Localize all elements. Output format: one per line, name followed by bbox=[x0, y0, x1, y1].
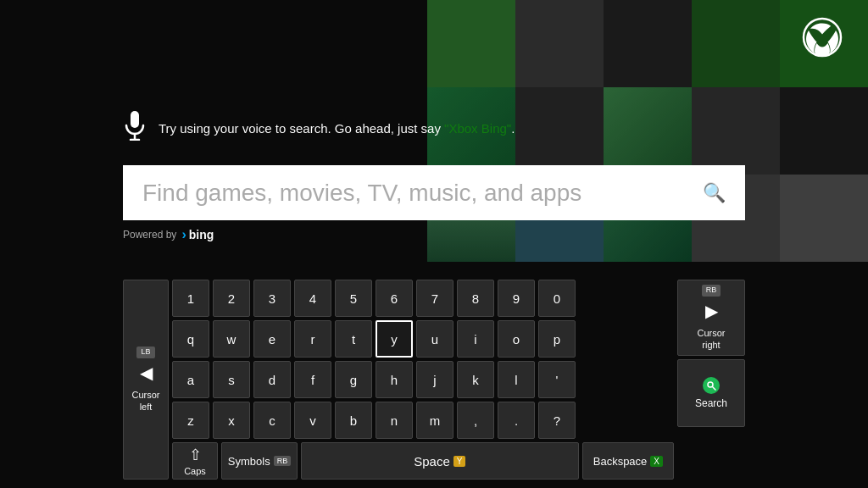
key-j[interactable]: j bbox=[416, 361, 453, 398]
z-row: z x c v b n m , . ? bbox=[172, 402, 674, 439]
search-placeholder: Find games, movies, TV, music, and apps bbox=[142, 180, 694, 207]
key-t[interactable]: t bbox=[335, 320, 372, 358]
voice-hint: Try using your voice to search. Go ahead… bbox=[123, 110, 515, 147]
key-u[interactable]: u bbox=[416, 320, 453, 358]
key-0[interactable]: 0 bbox=[538, 280, 576, 317]
key-a[interactable]: a bbox=[172, 361, 209, 398]
key-z[interactable]: z bbox=[172, 402, 209, 439]
keyboard: LB ◀ Cursorleft 1 2 3 4 5 6 7 8 9 0 bbox=[123, 280, 745, 480]
key-w[interactable]: w bbox=[213, 320, 250, 358]
cursor-right-key[interactable]: RB ▶ Cursorright bbox=[677, 280, 745, 356]
search-button[interactable]: Search bbox=[677, 359, 745, 427]
key-2[interactable]: 2 bbox=[213, 280, 250, 317]
key-h[interactable]: h bbox=[376, 361, 413, 398]
search-bar[interactable]: Find games, movies, TV, music, and apps … bbox=[123, 165, 745, 220]
keyboard-alpha-num: 1 2 3 4 5 6 7 8 9 0 q w e r t bbox=[172, 280, 674, 480]
key-f[interactable]: f bbox=[294, 361, 331, 398]
key-p[interactable]: p bbox=[538, 320, 576, 358]
svg-rect-1 bbox=[131, 111, 139, 128]
search-bar-container: Find games, movies, TV, music, and apps … bbox=[123, 165, 745, 242]
key-s[interactable]: s bbox=[213, 361, 250, 398]
caps-key[interactable]: ⇧ Caps bbox=[172, 442, 218, 480]
key-c[interactable]: c bbox=[253, 402, 291, 439]
key-k[interactable]: k bbox=[457, 361, 494, 398]
key-q[interactable]: q bbox=[172, 320, 209, 358]
key-4[interactable]: 4 bbox=[294, 280, 331, 317]
keyboard-main: LB ◀ Cursorleft 1 2 3 4 5 6 7 8 9 0 bbox=[123, 280, 745, 480]
powered-by: Powered by › bing bbox=[123, 227, 745, 242]
key-7[interactable]: 7 bbox=[416, 280, 453, 317]
xbox-logo bbox=[802, 17, 843, 58]
voice-hint-text: Try using your voice to search. Go ahead… bbox=[159, 121, 515, 136]
key-3[interactable]: 3 bbox=[253, 280, 291, 317]
key-b[interactable]: b bbox=[335, 402, 372, 439]
bing-logo: › bing bbox=[181, 227, 214, 242]
key-r[interactable]: r bbox=[294, 320, 331, 358]
cursor-left-key[interactable]: LB ◀ Cursorleft bbox=[123, 280, 169, 480]
q-row: q w e r t y u i o p bbox=[172, 320, 674, 358]
search-icon: 🔍 bbox=[703, 182, 726, 204]
key-m[interactable]: m bbox=[416, 402, 453, 439]
key-9[interactable]: 9 bbox=[498, 280, 535, 317]
key-period[interactable]: . bbox=[498, 402, 535, 439]
key-v[interactable]: v bbox=[294, 402, 331, 439]
key-o[interactable]: o bbox=[498, 320, 535, 358]
key-1[interactable]: 1 bbox=[172, 280, 209, 317]
key-i[interactable]: i bbox=[457, 320, 494, 358]
key-comma[interactable]: , bbox=[457, 402, 494, 439]
symbols-key[interactable]: Symbols RB bbox=[221, 442, 298, 480]
a-row: a s d f g h j k l ' bbox=[172, 361, 674, 398]
bottom-row: ⇧ Caps Symbols RB Space Y Backspace X bbox=[172, 442, 674, 480]
key-5[interactable]: 5 bbox=[335, 280, 372, 317]
key-l[interactable]: l bbox=[498, 361, 535, 398]
key-x[interactable]: x bbox=[213, 402, 250, 439]
key-8[interactable]: 8 bbox=[457, 280, 494, 317]
mic-icon bbox=[123, 110, 147, 147]
right-keys: RB ▶ Cursorright Search bbox=[677, 280, 745, 480]
key-e[interactable]: e bbox=[253, 320, 291, 358]
key-d[interactable]: d bbox=[253, 361, 291, 398]
number-row: 1 2 3 4 5 6 7 8 9 0 bbox=[172, 280, 674, 317]
svg-line-5 bbox=[713, 387, 716, 391]
key-y[interactable]: y bbox=[376, 320, 413, 358]
backspace-key[interactable]: Backspace X bbox=[582, 442, 674, 480]
key-question[interactable]: ? bbox=[538, 402, 576, 439]
key-g[interactable]: g bbox=[335, 361, 372, 398]
key-apostrophe[interactable]: ' bbox=[538, 361, 576, 398]
key-6[interactable]: 6 bbox=[376, 280, 413, 317]
space-key[interactable]: Space Y bbox=[301, 442, 579, 480]
key-n[interactable]: n bbox=[376, 402, 413, 439]
